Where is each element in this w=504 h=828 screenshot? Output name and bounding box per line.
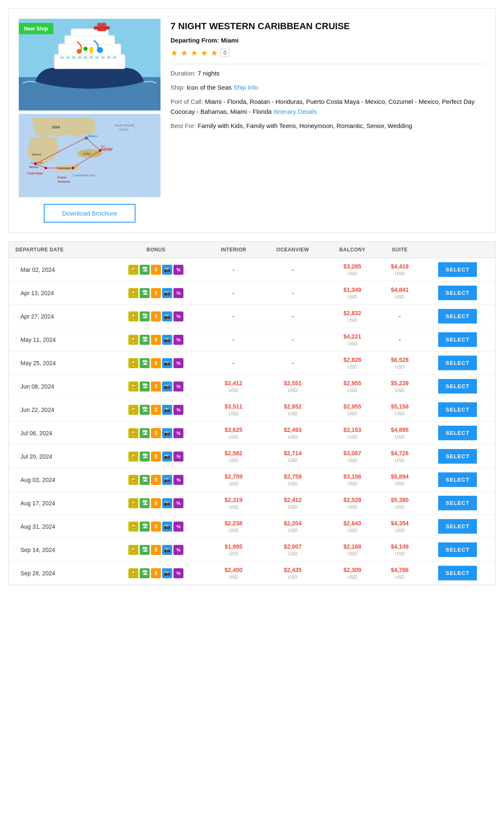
favorite-icon[interactable]: ♡ <box>12 359 18 367</box>
departure-date: Apr 27, 2024 <box>20 313 54 320</box>
departure-date: Jun 22, 2024 <box>20 406 54 413</box>
bonus-photo-icon: 📷 <box>162 545 172 555</box>
bonus-drink-icon: 🍹 <box>128 568 138 578</box>
suite-price: - <box>379 328 420 351</box>
bonus-photo-icon: 📷 <box>162 428 172 438</box>
bonus-icons: 🍹 🏝 $ 📷 % <box>108 405 203 415</box>
oceanview-price: - <box>260 281 325 305</box>
favorite-icon[interactable]: ♡ <box>12 289 18 297</box>
select-cell[interactable]: SELECT <box>420 445 495 468</box>
oceanview-price: - <box>260 328 325 351</box>
table-row: ♡ Aug 03, 2024 🍹 🏝 $ 📷 % $2,759USD$2,759… <box>9 468 495 492</box>
bonus-drink-icon: 🍹 <box>128 358 138 368</box>
favorite-icon[interactable]: ♡ <box>12 476 18 484</box>
bonus-park-icon: 🏝 <box>140 428 150 438</box>
svg-rect-12 <box>78 56 81 59</box>
cruise-info: 7 NIGHT WESTERN CARIBBEAN CRUISE Departi… <box>171 19 485 223</box>
select-button[interactable]: SELECT <box>438 496 477 510</box>
bonus-photo-icon: 📷 <box>162 522 172 532</box>
select-button[interactable]: SELECT <box>438 332 477 347</box>
suite-price: $4,354USD <box>379 515 420 538</box>
favorite-icon[interactable]: ♡ <box>12 522 18 530</box>
oceanview-price: $2,007USD <box>260 538 325 562</box>
select-button[interactable]: SELECT <box>438 356 477 370</box>
select-cell[interactable]: SELECT <box>420 398 495 422</box>
favorite-icon[interactable]: ♡ <box>12 266 18 273</box>
favorite-icon[interactable]: ♡ <box>12 382 18 390</box>
oceanview-price: $2,551USD <box>260 375 325 398</box>
select-cell[interactable]: SELECT <box>420 538 495 562</box>
cruise-card: New Ship <box>8 8 496 233</box>
bonus-drink-icon: 🍹 <box>128 452 138 462</box>
cruise-images: New Ship <box>19 19 160 223</box>
ship-info-link[interactable]: Ship Info <box>233 84 258 91</box>
bonus-park-icon: 🏝 <box>140 311 150 321</box>
bonus-icons: 🍹 🏝 $ 📷 % <box>108 428 203 438</box>
select-button[interactable]: SELECT <box>438 379 477 394</box>
table-row: ♡ Apr 27, 2024 🍹 🏝 $ 📷 % --$2,832USD-SEL… <box>9 305 495 328</box>
select-cell[interactable]: SELECT <box>420 515 495 538</box>
suite-price: $4,419USD <box>379 258 420 281</box>
interior-price: $1,995USD <box>207 538 260 562</box>
select-button[interactable]: SELECT <box>438 519 477 534</box>
select-button[interactable]: SELECT <box>438 286 477 300</box>
select-cell[interactable]: SELECT <box>420 468 495 492</box>
oceanview-price: $2,493USD <box>260 422 325 445</box>
select-button[interactable]: SELECT <box>438 426 477 440</box>
svg-rect-10 <box>66 56 70 59</box>
bonus-park-icon: 🏝 <box>140 381 150 391</box>
departure-date: Aug 17, 2024 <box>20 500 55 507</box>
best-for-label: Best For: <box>171 122 196 129</box>
select-button[interactable]: SELECT <box>438 309 477 324</box>
oceanview-price: - <box>260 305 325 328</box>
best-for-row: Best For: Family with Kids, Family with … <box>171 121 485 131</box>
bonus-dollar-icon: $ <box>151 475 161 485</box>
select-button[interactable]: SELECT <box>438 566 477 580</box>
bonus-park-icon: 🏝 <box>140 335 150 345</box>
select-cell[interactable]: SELECT <box>420 375 495 398</box>
select-button[interactable]: SELECT <box>438 402 477 417</box>
balcony-price: $2,528USD <box>325 492 379 515</box>
svg-rect-18 <box>113 56 116 59</box>
interior-price: $3,511USD <box>207 398 260 422</box>
select-button[interactable]: SELECT <box>438 472 477 487</box>
favorite-icon[interactable]: ♡ <box>12 406 18 414</box>
svg-point-46 <box>34 163 37 165</box>
select-button[interactable]: SELECT <box>438 542 477 557</box>
select-button[interactable]: SELECT <box>438 262 477 277</box>
select-cell[interactable]: SELECT <box>420 562 495 585</box>
bonus-drink-icon: 🍹 <box>128 265 138 275</box>
select-cell[interactable]: SELECT <box>420 422 495 445</box>
favorite-icon[interactable]: ♡ <box>12 499 18 507</box>
bonus-percent-icon: % <box>173 522 183 532</box>
table-row: ♡ Jun 22, 2024 🍹 🏝 $ 📷 % $3,511USD$2,852… <box>9 398 495 422</box>
bonus-drink-icon: 🍹 <box>128 522 138 532</box>
favorite-icon[interactable]: ♡ <box>12 336 18 344</box>
select-cell[interactable]: SELECT <box>420 281 495 305</box>
favorite-icon[interactable]: ♡ <box>12 312 18 320</box>
favorite-icon[interactable]: ♡ <box>12 429 18 437</box>
select-cell[interactable]: SELECT <box>420 328 495 351</box>
bonus-drink-icon: 🍹 <box>128 545 138 555</box>
select-cell[interactable]: SELECT <box>420 351 495 375</box>
svg-point-20 <box>83 47 88 51</box>
ship-row: Ship: Icon of the Seas Ship Info <box>171 83 485 93</box>
suite-price: $5,239USD <box>379 375 420 398</box>
bonus-park-icon: 🏝 <box>140 568 150 578</box>
departure-date: May 25, 2024 <box>20 360 56 366</box>
select-cell[interactable]: SELECT <box>420 258 495 281</box>
table-row: ♡ Jul 06, 2024 🍹 🏝 $ 📷 % $3,625USD$2,493… <box>9 422 495 445</box>
itinerary-link[interactable]: Itinerary Details <box>273 108 317 115</box>
select-button[interactable]: SELECT <box>438 449 477 464</box>
favorite-icon[interactable]: ♡ <box>12 452 18 460</box>
download-brochure-button[interactable]: Download Brochure <box>44 204 135 223</box>
bonus-drink-icon: 🍹 <box>128 381 138 391</box>
col-bonus: BONUS <box>105 242 207 258</box>
bonus-photo-icon: 📷 <box>162 288 172 298</box>
favorite-icon[interactable]: ♡ <box>12 569 18 577</box>
svg-text:Miami: Miami <box>88 134 98 138</box>
select-cell[interactable]: SELECT <box>420 305 495 328</box>
svg-text:Mexico: Mexico <box>29 166 38 168</box>
favorite-icon[interactable]: ♡ <box>12 546 18 554</box>
select-cell[interactable]: SELECT <box>420 492 495 515</box>
